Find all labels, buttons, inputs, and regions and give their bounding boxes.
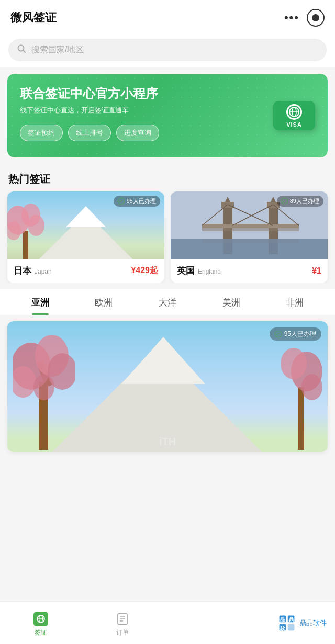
search-icon [17, 44, 26, 56]
svg-rect-12 [223, 207, 232, 239]
banner-queue-button[interactable]: 线上排号 [68, 125, 111, 141]
svg-line-1 [24, 51, 26, 53]
nav-item-visa[interactable]: 签证 [0, 608, 82, 637]
asia-check-icon: ✓ [275, 331, 282, 337]
svg-text:品: 品 [280, 617, 285, 623]
visa-text: VISA [286, 121, 302, 128]
banner-title: 联合签证中心官方小程序 [20, 85, 317, 101]
japan-visa-card[interactable]: ✓ 95人已办理 日本 Japan ¥429起 [7, 191, 164, 283]
tab-americas[interactable]: 美洲 [199, 297, 263, 315]
uk-name-en: England [198, 268, 221, 275]
banner-visa-card: VISA [273, 101, 315, 130]
mount-fuji-snow [66, 206, 106, 227]
japan-visa-info: 日本 Japan ¥429起 [7, 259, 164, 283]
region-tabs: 亚洲 欧洲 大洋 美洲 非洲 [0, 289, 335, 315]
search-bar: 搜索国家/地区 [0, 33, 335, 67]
uk-name-cn: 英国 [177, 265, 195, 277]
visa-nav-icon [34, 612, 48, 626]
more-menu-dots[interactable]: ••• [284, 11, 299, 25]
asia-visa-large-image: ✓ 95人已办理 iTH [7, 321, 328, 452]
hot-visa-title: 热门签证 [0, 164, 335, 191]
uk-badge: ✓ 89人已办理 [277, 196, 323, 207]
banner-subtitle: 线下签证中心直达，开启签证直通车 [20, 106, 317, 115]
japan-name: 日本 Japan [14, 265, 52, 277]
uk-badge-text: 89人已办理 [290, 197, 319, 205]
japan-badge-text: 95人已办理 [127, 197, 156, 205]
asia-badge: ✓ 95人已办理 [270, 327, 321, 341]
tab-europe[interactable]: 欧洲 [72, 297, 136, 315]
tab-oceania[interactable]: 大洋 [136, 297, 199, 315]
banner-progress-button[interactable]: 进度查询 [116, 125, 159, 141]
asia-watermark: iTH [159, 436, 176, 448]
search-input-wrap[interactable]: 搜索国家/地区 [8, 39, 327, 61]
japan-price: ¥429起 [131, 265, 158, 276]
tab-africa[interactable]: 非洲 [263, 297, 327, 315]
asia-mount-fuji-snow [121, 337, 205, 384]
svg-rect-34 [298, 387, 304, 450]
svg-point-37 [302, 374, 322, 400]
uk-check-icon: ✓ [281, 198, 288, 205]
svg-rect-48 [288, 624, 295, 630]
asia-cherry-tree-right [281, 321, 322, 452]
record-button[interactable] [307, 9, 325, 27]
banner-buttons: 签证预约 线上排号 进度查询 [20, 125, 317, 141]
search-placeholder: 搜索国家/地区 [31, 44, 84, 55]
bottom-navigation: 签证 订单 品 鼎 软 鼎品软件 [0, 601, 335, 644]
banner-appointment-button[interactable]: 签证预约 [20, 125, 63, 141]
svg-text:软: 软 [280, 625, 286, 631]
svg-rect-5 [23, 231, 28, 259]
svg-rect-26 [202, 239, 299, 243]
order-nav-label: 订单 [116, 628, 129, 637]
app-title: 微风签证 [10, 10, 57, 26]
uk-visa-image: ✓ 89人已办理 [171, 191, 328, 259]
asia-cherry-tree-left [13, 321, 75, 452]
svg-rect-14 [202, 224, 299, 228]
svg-rect-13 [269, 207, 278, 239]
svg-point-33 [34, 374, 54, 400]
uk-name: 英国 England [177, 265, 221, 277]
uk-visa-card[interactable]: ✓ 89人已办理 英国 England ¥1 [171, 191, 328, 283]
brand-logo-icon: 品 鼎 软 [277, 614, 296, 632]
japan-name-en: Japan [35, 268, 52, 275]
uk-visa-info: 英国 England ¥1 [171, 259, 328, 283]
asia-visa-large-card[interactable]: ✓ 95人已办理 iTH [7, 321, 328, 452]
japan-badge: ✓ 95人已办理 [114, 196, 160, 207]
japan-name-cn: 日本 [14, 265, 31, 277]
nav-brand: 品 鼎 软 鼎品软件 [163, 614, 335, 632]
brand-name-text: 鼎品软件 [299, 618, 327, 628]
header-actions: ••• [284, 9, 325, 27]
japan-visa-image: ✓ 95人已办理 [7, 191, 164, 259]
uk-price: ¥1 [312, 266, 321, 276]
svg-rect-15 [202, 228, 299, 231]
svg-point-36 [281, 348, 307, 379]
order-nav-icon [115, 612, 130, 626]
nav-item-order[interactable]: 订单 [82, 608, 163, 637]
visa-nav-label: 签证 [35, 628, 47, 637]
asia-badge-text: 95人已办理 [284, 330, 316, 338]
visa-card-icon: VISA [273, 101, 315, 130]
check-circle-icon: ✓ [118, 198, 125, 205]
tab-asia[interactable]: 亚洲 [8, 297, 72, 315]
svg-text:鼎: 鼎 [288, 617, 294, 623]
svg-rect-16 [221, 202, 234, 208]
visa-icon-bg [34, 612, 48, 626]
globe-icon [286, 104, 302, 120]
app-header: 微风签证 ••• [0, 0, 335, 33]
record-icon [312, 14, 319, 21]
hot-visa-row: ✓ 95人已办理 日本 Japan ¥429起 [0, 191, 335, 283]
banner: 联合签证中心官方小程序 线下签证中心直达，开启签证直通车 签证预约 线上排号 进… [7, 74, 328, 157]
